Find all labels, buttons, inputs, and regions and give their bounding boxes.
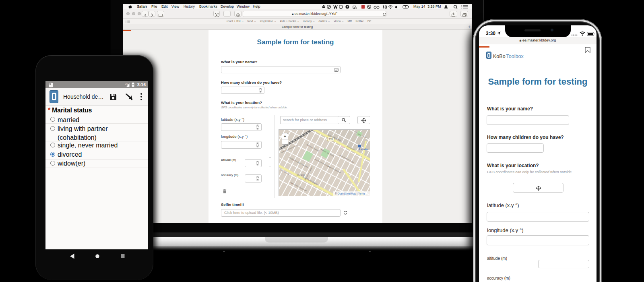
svg-text:Laurier: Laurier [359, 148, 368, 151]
svg-text:LTE: LTE [125, 83, 128, 85]
svg-text:© OpenStreetMap | Terms: © OpenStreetMap | Terms [335, 192, 365, 195]
svg-text:Mile End: Mile End [297, 174, 305, 176]
svg-text:335: 335 [328, 138, 333, 141]
